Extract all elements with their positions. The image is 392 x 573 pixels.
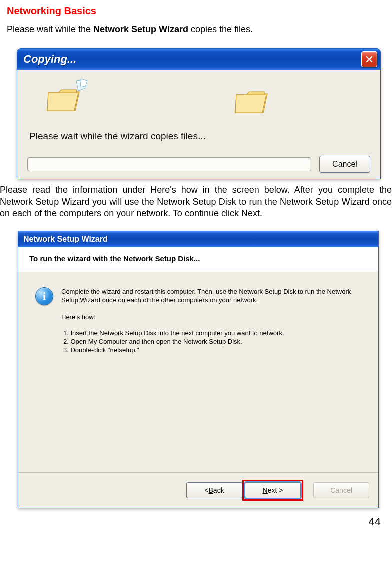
wizard-header: To run the wizard with the Network Setup… xyxy=(18,247,378,272)
next-suffix: ext > xyxy=(268,486,284,494)
intro-paragraph: Please wait while the Network Setup Wiza… xyxy=(7,24,387,35)
intro-bold: Network Setup Wizard xyxy=(94,24,188,34)
next-highlight: Next > xyxy=(242,480,304,501)
mid-b2: Network Setup Wizard xyxy=(0,197,90,207)
back-underline: B xyxy=(209,486,214,494)
copying-body: Please wait while the wizard copies file… xyxy=(18,70,380,179)
mid-t2: in the screen below. After you complete … xyxy=(198,185,392,195)
wizard-footer: < Back Next > Cancel xyxy=(18,472,378,508)
next-underline: N xyxy=(263,486,268,494)
progress-bar xyxy=(28,157,312,171)
mid-paragraph: Please read the information under Here's… xyxy=(0,184,392,219)
copy-animation xyxy=(46,83,370,122)
intro-suffix: copies the files. xyxy=(188,24,253,34)
mid-t4: to run the xyxy=(236,197,280,207)
flying-paper-icon xyxy=(74,79,88,94)
next-button[interactable]: Next > xyxy=(245,482,301,498)
mid-b1: Here's how xyxy=(150,185,198,195)
folder-dest-icon xyxy=(234,88,270,116)
wizard-how-label: Here's how: xyxy=(62,313,362,322)
mid-t3: you will use the xyxy=(90,197,158,207)
close-icon xyxy=(366,55,374,63)
wizard-dialog: Network Setup Wizard To run the wizard w… xyxy=(18,231,379,508)
page-heading: Networking Basics xyxy=(7,5,392,17)
cancel-button[interactable]: Cancel xyxy=(320,156,370,173)
back-prefix: < xyxy=(204,486,208,494)
page-number: 44 xyxy=(0,515,381,528)
wizard-content: i Complete the wizard and restart this c… xyxy=(18,272,378,472)
intro-prefix: Please wait while the xyxy=(7,24,94,34)
copying-message: Please wait while the wizard copies file… xyxy=(30,131,370,142)
wizard-heading: To run the wizard with the Network Setup… xyxy=(30,254,200,263)
wizard-cancel-button: Cancel xyxy=(314,482,370,498)
mid-t1: Please read the information under xyxy=(0,185,150,195)
wizard-step-3: 3. Double-click "netsetup." xyxy=(64,346,362,354)
back-suffix: ack xyxy=(214,486,224,494)
copying-title: Copying... xyxy=(24,53,76,66)
close-button[interactable] xyxy=(362,51,378,67)
mid-b5: Next. xyxy=(242,208,262,218)
wizard-step-2: 2. Open My Computer and then open the Ne… xyxy=(64,338,362,345)
wizard-para: Complete the wizard and restart this com… xyxy=(62,287,362,305)
mid-b4: Network Setup Wizard xyxy=(280,197,370,207)
wizard-title: Network Setup Wizard xyxy=(24,235,108,244)
wizard-steps: 1. Insert the Network Setup Disk into th… xyxy=(64,329,362,354)
mid-b3: Network Setup Disk xyxy=(157,197,236,207)
info-icon: i xyxy=(36,287,54,305)
svg-marker-1 xyxy=(80,79,88,87)
wizard-instructions: Complete the wizard and restart this com… xyxy=(62,287,362,355)
copying-titlebar: Copying... xyxy=(18,49,380,70)
wizard-titlebar: Network Setup Wizard xyxy=(18,231,378,247)
back-button[interactable]: < Back xyxy=(186,482,242,498)
wizard-step-1: 1. Insert the Network Setup Disk into th… xyxy=(64,329,362,337)
copying-dialog: Copying... xyxy=(17,48,381,179)
